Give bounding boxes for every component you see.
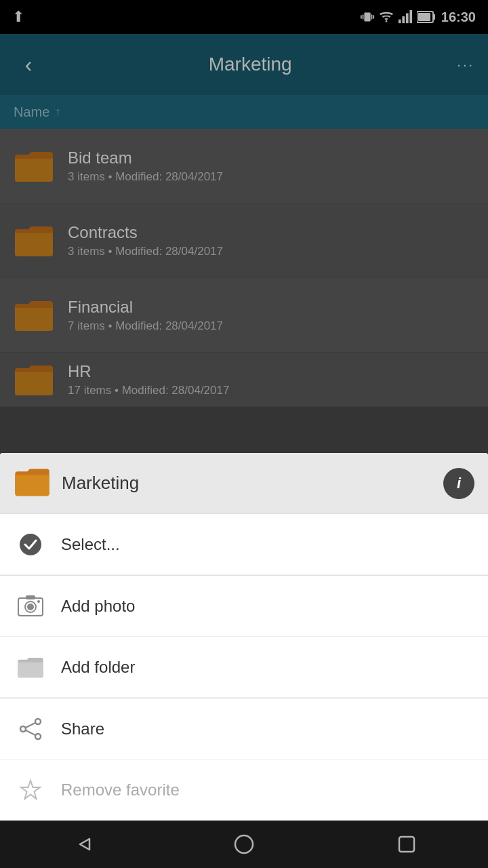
share-icon	[14, 712, 47, 746]
svg-marker-24	[21, 781, 40, 799]
share-label: Share	[61, 719, 104, 738]
add-folder-label: Add folder	[61, 658, 135, 677]
sheet-menu-select[interactable]: Select...	[0, 514, 488, 575]
remove-favorite-label: Remove favorite	[61, 781, 180, 800]
sheet-menu-add-folder[interactable]: Add folder	[0, 637, 488, 698]
check-circle-icon	[14, 528, 47, 561]
sheet-menu-remove-favorite[interactable]: Remove favorite	[0, 760, 488, 821]
svg-point-19	[35, 719, 41, 724]
svg-line-22	[26, 723, 35, 728]
svg-line-23	[26, 730, 35, 735]
star-icon	[14, 773, 47, 807]
svg-point-13	[20, 534, 41, 555]
svg-point-21	[35, 734, 41, 739]
svg-point-20	[20, 726, 26, 732]
sheet-menu-share[interactable]: Share	[0, 698, 488, 760]
bottom-sheet: Marketing i Select... Add photo	[0, 453, 488, 821]
add-photo-label: Add photo	[61, 597, 135, 616]
sheet-menu-add-photo[interactable]: Add photo	[0, 576, 488, 637]
svg-point-18	[37, 600, 40, 603]
add-folder-icon	[14, 650, 47, 684]
sheet-folder-name: Marketing	[62, 473, 432, 494]
photo-icon	[14, 589, 47, 623]
sheet-header: Marketing i	[0, 453, 488, 514]
select-label: Select...	[61, 535, 120, 554]
svg-point-16	[27, 604, 34, 610]
info-button[interactable]: i	[443, 468, 474, 499]
sheet-folder-icon	[14, 467, 51, 500]
svg-rect-17	[26, 595, 35, 599]
